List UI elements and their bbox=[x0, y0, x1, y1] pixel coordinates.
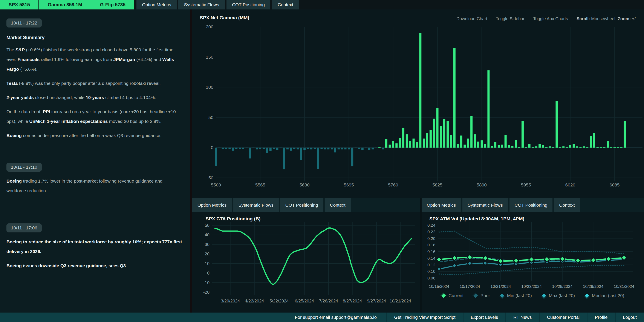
gamma-bar[interactable] bbox=[222, 148, 224, 149]
gamma-bar[interactable] bbox=[491, 146, 493, 148]
gamma-bar[interactable] bbox=[215, 148, 217, 166]
gamma-bar[interactable] bbox=[443, 119, 445, 148]
gamma-bar[interactable] bbox=[266, 148, 268, 153]
footer-button-customer-portal[interactable]: Customer Portal bbox=[539, 312, 587, 322]
gamma-bar[interactable] bbox=[307, 148, 309, 149]
gamma-bar[interactable] bbox=[494, 142, 496, 148]
gamma-bar[interactable] bbox=[416, 142, 418, 148]
gamma-bar[interactable] bbox=[552, 147, 554, 148]
gamma-bar[interactable] bbox=[399, 138, 401, 148]
gamma-bar[interactable] bbox=[351, 148, 353, 166]
gamma-bar[interactable] bbox=[290, 148, 292, 150]
gamma-bar[interactable] bbox=[528, 144, 530, 148]
gamma-bar[interactable] bbox=[228, 148, 230, 149]
gamma-bar[interactable] bbox=[249, 148, 251, 158]
gamma-bar[interactable] bbox=[573, 144, 575, 148]
gamma-bar[interactable] bbox=[242, 148, 244, 149]
gamma-bar[interactable] bbox=[396, 143, 398, 148]
gamma-bar[interactable] bbox=[372, 148, 374, 149]
toolbar-toggle-sidebar[interactable]: Toggle Sidebar bbox=[496, 16, 524, 21]
gamma-bar[interactable] bbox=[515, 140, 517, 148]
gamma-bar[interactable] bbox=[504, 135, 507, 148]
gamma-bar[interactable] bbox=[586, 147, 588, 148]
gamma-bar[interactable] bbox=[300, 148, 302, 160]
aux-tab-context[interactable]: Context bbox=[554, 198, 580, 212]
gamma-bar[interactable] bbox=[412, 138, 415, 148]
gamma-bar[interactable] bbox=[297, 148, 299, 149]
gamma-bar[interactable] bbox=[331, 148, 333, 149]
gamma-bar[interactable] bbox=[259, 148, 261, 149]
gamma-bar[interactable] bbox=[324, 148, 326, 149]
gamma-bar[interactable] bbox=[419, 33, 422, 148]
gamma-bar[interactable] bbox=[569, 145, 571, 148]
gamma-bar[interactable] bbox=[426, 133, 428, 148]
gamma-bar[interactable] bbox=[218, 148, 220, 148]
legend-item-median-last-20-[interactable]: Median (last 20) bbox=[585, 293, 624, 298]
toolbar-toggle-aux-charts[interactable]: Toggle Aux Charts bbox=[533, 16, 568, 21]
gamma-bar[interactable] bbox=[484, 144, 486, 148]
gamma-bar[interactable] bbox=[354, 148, 357, 148]
gamma-bar[interactable] bbox=[545, 147, 548, 148]
gamma-bar[interactable] bbox=[474, 134, 476, 148]
gamma-bar[interactable] bbox=[498, 145, 500, 148]
gamma-bar[interactable] bbox=[286, 148, 288, 149]
gamma-bar[interactable] bbox=[280, 148, 282, 148]
footer-button-get-trading-view-import-script[interactable]: Get Trading View Import Script bbox=[386, 312, 463, 322]
gamma-bar[interactable] bbox=[501, 144, 503, 148]
gamma-bar[interactable] bbox=[535, 146, 537, 148]
gamma-bar[interactable] bbox=[341, 148, 343, 149]
gamma-bar[interactable] bbox=[579, 147, 582, 148]
gamma-bar[interactable] bbox=[624, 121, 626, 148]
net-gamma-chart[interactable]: 200150100500-505500556556305695576058255… bbox=[192, 10, 644, 198]
gamma-bar[interactable] bbox=[576, 146, 578, 148]
aux-tab-option-metrics[interactable]: Option Metrics bbox=[422, 198, 461, 212]
gamma-bar[interactable] bbox=[270, 148, 272, 151]
gamma-bar[interactable] bbox=[344, 148, 346, 149]
gamma-bar[interactable] bbox=[304, 148, 306, 150]
gamma-bar[interactable] bbox=[317, 148, 319, 169]
gamma-bar[interactable] bbox=[273, 148, 275, 149]
gamma-bar[interactable] bbox=[525, 147, 527, 148]
gamma-bar[interactable] bbox=[375, 148, 377, 148]
gamma-bar[interactable] bbox=[430, 130, 432, 148]
legend-item-max-last-20-[interactable]: Max (last 20) bbox=[542, 293, 575, 298]
cta-chart[interactable]: 50403020100-10-203/20/20244/22/20245/22/… bbox=[192, 212, 420, 312]
gamma-bar[interactable] bbox=[378, 147, 380, 148]
aux-tab-context[interactable]: Context bbox=[325, 198, 350, 212]
gamma-bar[interactable] bbox=[232, 148, 234, 150]
gamma-bar[interactable] bbox=[522, 121, 524, 148]
footer-button-rt-news[interactable]: RT News bbox=[506, 312, 539, 322]
footer-button-export-levels[interactable]: Export Levels bbox=[463, 312, 506, 322]
gamma-bar[interactable] bbox=[562, 146, 564, 148]
gamma-bar[interactable] bbox=[549, 146, 551, 148]
gamma-bar[interactable] bbox=[559, 147, 561, 148]
aux-tab-cot-positioning[interactable]: COT Positioning bbox=[280, 198, 324, 212]
gamma-bar[interactable] bbox=[368, 148, 370, 150]
legend-item-current[interactable]: Current bbox=[441, 293, 464, 298]
gamma-bar[interactable] bbox=[566, 147, 568, 148]
gamma-bar[interactable] bbox=[436, 108, 438, 148]
gamma-bar[interactable] bbox=[617, 147, 619, 148]
gamma-bar[interactable] bbox=[477, 142, 480, 148]
gamma-bar[interactable] bbox=[446, 121, 449, 148]
aux-tab-systematic-flows[interactable]: Systematic Flows bbox=[233, 198, 278, 212]
gamma-bar[interactable] bbox=[293, 148, 296, 149]
gamma-bar[interactable] bbox=[467, 138, 469, 148]
gamma-bar[interactable] bbox=[532, 147, 534, 148]
gamma-bar[interactable] bbox=[314, 148, 316, 149]
gamma-bar[interactable] bbox=[406, 134, 408, 148]
gamma-bar[interactable] bbox=[610, 147, 612, 148]
gamma-bar[interactable] bbox=[310, 148, 312, 149]
gamma-bar[interactable] bbox=[362, 148, 364, 150]
gamma-bar[interactable] bbox=[348, 148, 350, 149]
gamma-bar[interactable] bbox=[338, 148, 340, 149]
gamma-bar[interactable] bbox=[235, 148, 238, 149]
gamma-bar[interactable] bbox=[327, 148, 330, 149]
aux-tab-option-metrics[interactable]: Option Metrics bbox=[192, 198, 232, 212]
gamma-bar[interactable] bbox=[556, 101, 558, 148]
gamma-bar[interactable] bbox=[283, 148, 285, 169]
gamma-bar[interactable] bbox=[334, 148, 336, 152]
top-tab-context[interactable]: Context bbox=[272, 0, 299, 10]
gamma-bar[interactable] bbox=[603, 147, 605, 148]
toolbar-download-chart[interactable]: Download Chart bbox=[456, 16, 487, 21]
